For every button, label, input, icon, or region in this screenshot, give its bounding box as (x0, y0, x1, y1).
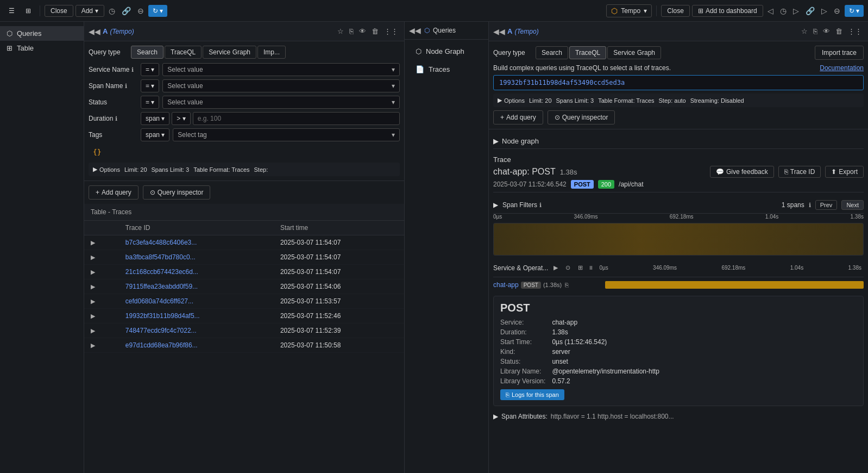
service-name-eq-select[interactable]: = ▾ (141, 63, 159, 76)
tab-service-graph[interactable]: Service Graph (203, 46, 256, 59)
trace-id-link[interactable]: b7c3efa4c488c6406e3... (125, 239, 197, 246)
right-add-query-button[interactable]: + Add query (493, 110, 543, 125)
span-name-value-select[interactable]: Select value ▾ (162, 79, 400, 92)
right-options-toggle[interactable]: ▶ Options (498, 97, 525, 104)
star-icon[interactable]: ☆ (336, 26, 345, 37)
import-trace-button[interactable]: Import trace (815, 46, 864, 60)
right-eye-icon[interactable]: 👁 (821, 26, 832, 37)
right-query-inspector-button[interactable]: ⊙ Query inspector (548, 110, 615, 125)
row-expand-icon[interactable]: ▶ (91, 298, 95, 304)
service-ops-expand-icon[interactable]: ⊞ (576, 262, 585, 273)
duration-info-icon[interactable]: ℹ (115, 115, 117, 122)
trace-id-link[interactable]: 748477ecdc9fc4c7022... (125, 327, 197, 334)
drag-handle-icon[interactable]: ⋮⋮ (382, 26, 400, 37)
zoom-out-icon[interactable]: ⊖ (135, 4, 146, 17)
prev-button[interactable]: Prev (815, 200, 838, 210)
trace-id-link[interactable]: 21c168ccb674423ec6d... (125, 268, 198, 276)
add-button[interactable]: Add ▾ (76, 5, 104, 17)
sidebar-item-table[interactable]: ⊞ Table (0, 41, 84, 55)
nav-back-icon[interactable]: ◁ (765, 4, 776, 17)
datasource-selector[interactable]: ⬡ Tempo ▾ (606, 4, 652, 17)
trash-icon[interactable]: 🗑 (370, 26, 380, 37)
trace-id-link[interactable]: 19932bf31b11b98d4af5... (125, 312, 200, 320)
row-expand-icon[interactable]: ▶ (91, 283, 95, 290)
add-to-dashboard-button[interactable]: ⊞ Add to dashboard (692, 5, 763, 17)
tab-search[interactable]: Search (131, 46, 163, 59)
refresh-left-button[interactable]: ↻ ▾ (148, 5, 167, 17)
span-attributes-row[interactable]: ▶ Span Attributes: http.flavor = 1.1 htt… (493, 409, 864, 424)
link-right-icon[interactable]: 🔗 (803, 4, 817, 17)
node-graph-header[interactable]: ▶ Node graph (493, 134, 864, 148)
row-expand-icon[interactable]: ▶ (91, 254, 95, 260)
tab-import[interactable]: Imp... (257, 46, 286, 59)
trace-id-link[interactable]: ba3fbca8f547bd780c0... (125, 253, 196, 261)
status-eq-select[interactable]: = ▾ (141, 96, 159, 109)
row-expand-icon[interactable]: ▶ (91, 313, 95, 319)
sidebar-item-queries[interactable]: ⬡ Queries (0, 26, 84, 41)
right-tab-traceql[interactable]: TraceQL (569, 46, 606, 59)
service-ops-nav-icon[interactable]: ▶ (551, 262, 560, 273)
span-name-info-icon[interactable]: ℹ (125, 83, 127, 90)
collapse-middle-icon[interactable]: ◀◀ (409, 26, 421, 35)
collapse-right-icon[interactable]: ◀◀ (493, 27, 505, 36)
right-tab-search[interactable]: Search (536, 46, 568, 59)
history-right-icon[interactable]: ◷ (778, 4, 789, 17)
sidebar: ⬡ Queries ⊞ Table (0, 22, 84, 473)
spans-count-info-icon[interactable]: ℹ (809, 202, 811, 209)
right-trash-icon[interactable]: 🗑 (834, 26, 844, 37)
row-expand-icon[interactable]: ▶ (91, 269, 95, 275)
row-expand-icon[interactable]: ▶ (91, 239, 95, 246)
menu-button[interactable]: ☰ (4, 5, 19, 17)
copy-span-icon[interactable]: ⎘ (564, 281, 570, 289)
tags-type-select[interactable]: span ▾ (141, 128, 169, 141)
traceql-input[interactable]: 19932bf31b11b98d4af53490ccd5ed3a (493, 75, 864, 90)
duration-op-select[interactable]: > ▾ (172, 112, 190, 125)
duration-type-select[interactable]: span ▾ (141, 112, 169, 125)
link-icon[interactable]: 🔗 (119, 4, 133, 17)
export-button[interactable]: ⬆ Export (825, 166, 864, 178)
options-row[interactable]: ▶ Options Limit: 20 Spans Limit: 3 Table… (89, 163, 400, 176)
select-tag-select[interactable]: Select tag ▾ (173, 128, 400, 141)
service-name-value-select[interactable]: Select value ▾ (162, 63, 400, 76)
nav-forward-icon[interactable]: ▷ (791, 4, 801, 17)
trace-id-link[interactable]: e97d1cdd68ea7b96f86... (125, 341, 198, 349)
add-query-button[interactable]: + Add query (89, 185, 139, 200)
refresh-right-button[interactable]: ↻ ▾ (845, 5, 864, 17)
middle-item-traces[interactable]: 📄 Traces (409, 62, 484, 77)
zoom-out-right-icon[interactable]: ⊖ (832, 4, 842, 17)
middle-item-node-graph[interactable]: ⬡ Node Graph (409, 44, 484, 59)
duration-input[interactable] (193, 112, 400, 125)
status-value-select[interactable]: Select value ▾ (162, 96, 400, 109)
options-toggle[interactable]: ▶ Options (93, 166, 120, 173)
right-star-icon[interactable]: ☆ (800, 26, 809, 37)
give-feedback-button[interactable]: 💬 Give feedback (710, 166, 774, 178)
trace-id-link[interactable]: cefd0680a74dc6ff627... (125, 297, 193, 305)
right-drag-icon[interactable]: ⋮⋮ (846, 26, 864, 37)
next-button[interactable]: Next (841, 200, 864, 210)
history-icon[interactable]: ◷ (106, 4, 117, 17)
service-ops-collapse-icon[interactable]: ⊙ (563, 262, 573, 273)
nav-next-icon[interactable]: ▷ (819, 4, 829, 17)
tab-traceql[interactable]: TraceQL (165, 46, 202, 59)
collapse-left-icon[interactable]: ◀◀ (89, 27, 100, 36)
query-inspector-button[interactable]: ⊙ Query inspector (143, 185, 211, 200)
row-expand-icon[interactable]: ▶ (91, 342, 95, 348)
eye-icon[interactable]: 👁 (357, 26, 368, 37)
trace-id-link[interactable]: 79115ffea23eabdd0f59... (125, 283, 198, 290)
panel-layout-button[interactable]: ⊞ (21, 5, 35, 17)
copy-icon[interactable]: ⎘ (348, 26, 355, 37)
span-filters-info-icon[interactable]: ℹ (539, 202, 542, 209)
close-right-button[interactable]: Close (661, 5, 690, 17)
right-copy-icon[interactable]: ⎘ (812, 26, 819, 37)
right-options-row[interactable]: ▶ Options Limit: 20 Spans Limit: 3 Table… (493, 94, 864, 107)
span-name-eq-select[interactable]: = ▾ (141, 79, 159, 92)
trace-id-button[interactable]: ⎘ Trace ID (778, 166, 821, 178)
logs-for-span-button[interactable]: ⎘ Logs for this span (500, 389, 564, 400)
left-panel-header: ◀◀ A (Tempo) ☆ ⎘ 👁 🗑 ⋮⋮ (84, 22, 404, 41)
documentation-link[interactable]: Documentation (820, 64, 864, 72)
right-tab-service-graph[interactable]: Service Graph (607, 46, 661, 59)
row-expand-icon[interactable]: ▶ (91, 327, 95, 334)
service-name-info-icon[interactable]: ℹ (131, 66, 134, 73)
table-title: Table - Traces (84, 204, 404, 221)
close-left-button[interactable]: Close (45, 5, 73, 17)
